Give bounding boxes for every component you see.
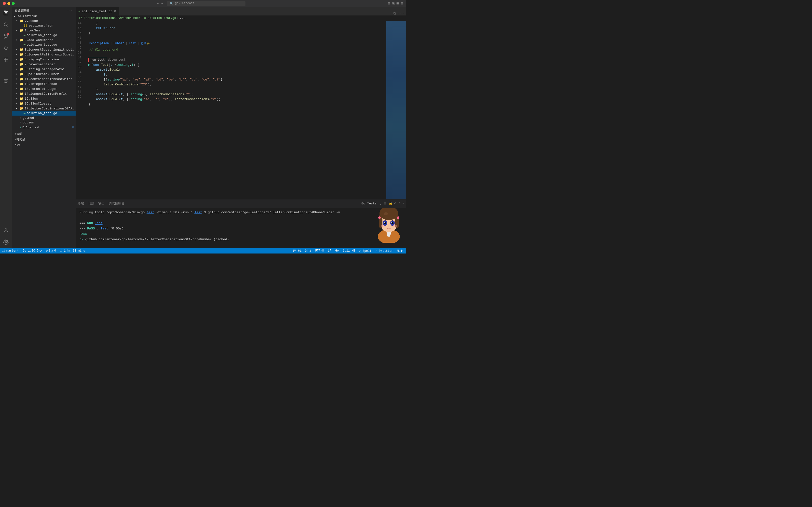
status-spell[interactable]: ✓ Spell: [359, 249, 371, 253]
sidebar-item-twosum[interactable]: › 📁 1.twoSum: [12, 28, 75, 33]
status-line-ending[interactable]: LF: [328, 249, 331, 253]
nav-arrows[interactable]: ← →: [157, 2, 163, 5]
sidebar-item-addtwonumbers[interactable]: › 📁 2.addTwoNumbers: [12, 38, 75, 43]
forward-arrow-icon[interactable]: →: [161, 2, 163, 5]
status-language[interactable]: Go: [335, 249, 339, 253]
vscode-folder-label: .vscode: [24, 19, 38, 23]
breadcrumb-folder[interactable]: 17.letterCombinationsOfAPhoneNumber: [78, 16, 141, 20]
status-position[interactable]: 行 59, 列 1: [293, 249, 311, 253]
tab-close-button[interactable]: ×: [114, 9, 116, 13]
svg-point-5: [4, 23, 7, 26]
outline-header[interactable]: › 大纲: [12, 131, 75, 137]
sidebar-item-twosum-file[interactable]: ∞ solution_test.go: [12, 33, 75, 38]
fullscreen-icon[interactable]: ⊡: [396, 1, 399, 6]
play-icon[interactable]: ▶: [88, 63, 90, 67]
item8-label: 8.stringToIntegerAtoi: [24, 67, 65, 71]
sidebar-item-gosum[interactable]: ≡ go.sum: [12, 120, 75, 125]
line-num-54: 54: [75, 70, 84, 75]
go-header[interactable]: › GO: [12, 142, 75, 147]
code-line-54: letterCombinations("23"),: [88, 82, 386, 87]
split-editor-icon[interactable]: ⧉: [393, 11, 396, 15]
sidebar-item-17-file[interactable]: ∞ solution_test.go: [12, 111, 75, 116]
folder-icon: 📁: [20, 102, 23, 106]
sidebar-item-settings-json[interactable]: {} settings.json: [12, 23, 75, 28]
status-prettier[interactable]: ⚡ Prettier: [375, 249, 393, 253]
sidebar-item-11[interactable]: › 📁 11.containerWithMostWater: [12, 76, 75, 81]
terminal-close-icon[interactable]: ×: [402, 202, 404, 206]
close-button[interactable]: [3, 2, 6, 5]
breadcrumb-sep1: ›: [142, 16, 143, 20]
sidebar-item-9[interactable]: › 📁 9.palindromeNumber: [12, 72, 75, 76]
layout3-icon[interactable]: ⊟: [400, 1, 403, 6]
status-encoding[interactable]: UTF-8: [315, 249, 324, 253]
sidebar-item-3[interactable]: › 📁 3.longestSubstringWithoutRepeatingCh…: [12, 47, 75, 52]
more-actions-icon[interactable]: ···: [398, 11, 404, 15]
lc-description-link[interactable]: Description: [89, 41, 109, 46]
sidebar-item-vscode[interactable]: › 📁 .vscode: [12, 18, 75, 23]
terminal-test-fn-link2[interactable]: Test: [95, 221, 102, 225]
minimize-button[interactable]: [7, 2, 10, 5]
folder-icon: 📁: [20, 38, 23, 42]
tab-terminal[interactable]: 终端: [77, 200, 84, 207]
terminal-trash-icon[interactable]: ⊘: [394, 202, 396, 206]
lc-think-link[interactable]: 思路✨: [141, 41, 150, 46]
sidebar-more-icon[interactable]: ···: [67, 9, 73, 12]
sidebar-item-account[interactable]: [2, 226, 10, 234]
sidebar-item-8[interactable]: › 📁 8.stringToIntegerAtoi: [12, 67, 75, 72]
search-text: go-leetcode: [175, 2, 195, 5]
terminal-dropdown-icon[interactable]: ⌄: [380, 202, 382, 206]
item9-label: 9.palindromeNumber: [24, 72, 59, 76]
maximize-button[interactable]: [12, 2, 15, 5]
terminal-test-fn-link3[interactable]: Test: [101, 227, 108, 230]
debug-test-button[interactable]: debug test: [108, 58, 126, 62]
sidebar-item-12[interactable]: › 📁 12.integerToRoman: [12, 81, 75, 87]
sidebar-item-13[interactable]: › 📁 13.romanToInteger: [12, 87, 75, 91]
terminal-test-link[interactable]: test: [147, 211, 154, 214]
layout2-icon[interactable]: ▣: [392, 1, 394, 6]
status-branch[interactable]: ⎇ master*: [2, 249, 19, 253]
sidebar-item-source-control[interactable]: [2, 33, 10, 40]
sidebar-item-addtwonumbers-file[interactable]: ∞ solution_test.go: [12, 43, 75, 47]
svg-point-30: [5, 241, 7, 243]
layout-icon[interactable]: ⊞: [388, 1, 390, 6]
tab-problems[interactable]: 问题: [88, 200, 94, 207]
sidebar-item-search[interactable]: [2, 20, 10, 29]
sidebar-item-6[interactable]: › 📁 6.zigzagConversion: [12, 57, 75, 62]
folder-icon: 📁: [20, 48, 23, 52]
sidebar-item-remote[interactable]: [2, 76, 10, 84]
status-go-version[interactable]: Go 1.20.5 ⟳: [22, 249, 42, 253]
lc-test-link[interactable]: Test: [129, 41, 136, 46]
run-test-button[interactable]: run test: [88, 58, 107, 62]
sidebar-item-gomod[interactable]: ≡ go.mod: [12, 116, 75, 120]
sidebar-item-explorer[interactable]: [2, 9, 10, 17]
terminal-test-fn-link[interactable]: Test: [195, 211, 202, 214]
breadcrumb-file[interactable]: ∞ solution_test.go: [144, 16, 176, 20]
sidebar-item-debug[interactable]: [2, 44, 10, 52]
sidebar-item-root[interactable]: ▾ GO-LEETCODE: [12, 14, 75, 18]
sidebar-item-extensions[interactable]: [2, 56, 10, 64]
search-bar[interactable]: 🔍 go-leetcode: [167, 1, 246, 6]
sidebar-item-15[interactable]: › 📁 15.3Sum: [12, 96, 75, 101]
editor-tab[interactable]: ∞ solution_test.go ×: [75, 7, 119, 15]
status-errors[interactable]: ⊘ 0 ⚠ 0: [46, 249, 56, 253]
window-controls[interactable]: [3, 2, 15, 5]
terminal-up-icon[interactable]: ⌃: [398, 202, 400, 206]
tab-debug-console[interactable]: 调试控制台: [108, 200, 124, 207]
sidebar-item-17[interactable]: ▾ 📂 17.letterCombinationsOfAPhoneNumber: [12, 106, 75, 111]
terminal-list-icon[interactable]: ☰: [384, 202, 387, 206]
lc-submit-link[interactable]: Submit: [113, 41, 124, 46]
terminal-lock-icon[interactable]: 🔒: [389, 202, 392, 206]
sidebar-item-5[interactable]: › 📁 5.longestPalindromicSubstring: [12, 52, 75, 57]
terminal-tabs: 终端 问题 输出 调试控制台 Go Tests ⌄ ☰ 🔒 ⊘ ⌃ ×: [75, 199, 406, 208]
sidebar-item-readme[interactable]: ℹ README.md U: [12, 125, 75, 130]
sidebar-item-14[interactable]: › 📁 14.longestCommonPrefix: [12, 91, 75, 96]
sidebar-item-settings[interactable]: [2, 238, 10, 246]
sidebar-item-16[interactable]: › 📁 16.3SumClosest: [12, 101, 75, 106]
timeline-header[interactable]: › 时间线: [12, 137, 75, 142]
back-arrow-icon[interactable]: ←: [157, 2, 159, 5]
svg-line-13: [4, 48, 5, 48]
sidebar-item-7[interactable]: › 📁 7.reverseInteger: [12, 62, 75, 67]
tab-output[interactable]: 输出: [98, 200, 105, 207]
code-editor[interactable]: 44 45 46 47 48 49 50 51 52 53 54 55 56 5…: [75, 21, 406, 199]
status-mai[interactable]: Mai♡: [397, 249, 404, 253]
